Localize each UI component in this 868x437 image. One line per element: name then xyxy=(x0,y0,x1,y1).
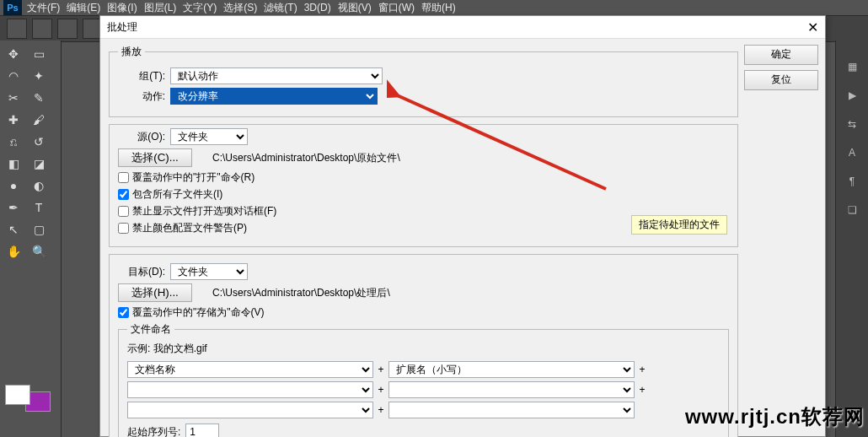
right-panel: ▦ ▶ ⇆ A ¶ ❏ xyxy=(835,40,868,437)
dest-label: 目标(D): xyxy=(118,265,165,279)
override-open-label: 覆盖动作中的"打开"命令(R) xyxy=(132,170,255,185)
eyedropper-tool[interactable]: ✎ xyxy=(27,88,51,108)
file-naming-group: 文件命名 示例: 我的文档.gif 文档名称+ 扩展名（小写）+ + + + 起… xyxy=(118,322,729,437)
dialog-body: 确定 复位 播放 组(T): 默认动作 动作: 改分辨率 源(O): 文件夹 选… xyxy=(100,38,825,436)
stamp-tool[interactable]: ⎌ xyxy=(2,132,25,152)
reset-button[interactable]: 复位 xyxy=(744,70,818,90)
close-icon[interactable]: ✕ xyxy=(807,19,818,35)
crop-tool[interactable]: ✂ xyxy=(2,88,25,108)
wand-tool[interactable]: ✦ xyxy=(27,66,51,86)
heal-tool[interactable]: ✚ xyxy=(2,110,25,130)
dialog-buttons: 确定 复位 xyxy=(744,45,818,90)
menubar: Ps 文件(F) 编辑(E) 图像(I) 图层(L) 文字(Y) 选择(S) 滤… xyxy=(0,0,868,15)
gradient-tool[interactable]: ◪ xyxy=(27,154,51,174)
include-subfolders-label: 包含所有子文件夹(I) xyxy=(132,187,222,202)
naming-example: 示例: 我的文档.gif xyxy=(127,342,720,356)
pen-tool[interactable]: ✒ xyxy=(2,197,25,218)
naming-select-6[interactable] xyxy=(388,402,635,418)
menu-file[interactable]: 文件(F) xyxy=(27,1,60,15)
ok-button[interactable]: 确定 xyxy=(744,45,818,65)
menu-layer[interactable]: 图层(L) xyxy=(144,1,177,15)
color-swatches[interactable] xyxy=(5,385,51,412)
move-tool[interactable]: ✥ xyxy=(2,44,25,64)
suppress-open-options-checkbox[interactable] xyxy=(118,206,129,217)
foreground-color[interactable] xyxy=(5,385,30,405)
menu-image[interactable]: 图像(I) xyxy=(107,1,137,15)
playback-group: 播放 组(T): 默认动作 动作: 改分辨率 xyxy=(109,45,738,117)
group-select[interactable]: 默认动作 xyxy=(170,67,383,84)
file-naming-legend: 文件命名 xyxy=(127,322,174,337)
blur-tool[interactable]: ● xyxy=(2,175,25,196)
source-label: 源(O): xyxy=(118,130,165,144)
panel-icon[interactable]: ¶ xyxy=(843,172,861,191)
action-label: 动作: xyxy=(118,89,165,104)
hand-tool[interactable]: ✋ xyxy=(2,241,25,262)
playback-legend: 播放 xyxy=(118,45,145,59)
opt-btn[interactable] xyxy=(7,19,27,39)
source-select[interactable]: 文件夹 xyxy=(170,128,248,145)
brush-tool[interactable]: 🖌 xyxy=(27,110,51,130)
dodge-tool[interactable]: ◐ xyxy=(27,175,51,196)
opt-btn[interactable] xyxy=(57,19,78,39)
menu-3d[interactable]: 3D(D) xyxy=(304,2,331,13)
menu-type[interactable]: 文字(Y) xyxy=(183,1,217,15)
panel-icon[interactable]: ▦ xyxy=(843,57,861,76)
lasso-tool[interactable]: ◠ xyxy=(2,66,25,86)
source-choose-button[interactable]: 选择(C)... xyxy=(118,148,192,167)
menu-select[interactable]: 选择(S) xyxy=(223,1,257,15)
dest-select[interactable]: 文件夹 xyxy=(170,263,248,280)
menu-view[interactable]: 视图(V) xyxy=(338,1,372,15)
source-path: C:\Users\Administrator\Desktop\原始文件\ xyxy=(212,151,400,165)
dest-path: C:\Users\Administrator\Desktop\处理后\ xyxy=(212,286,390,300)
dialog-title: 批处理 xyxy=(107,20,137,35)
suppress-color-warning-checkbox[interactable] xyxy=(118,223,129,234)
opt-btn[interactable] xyxy=(32,19,52,39)
naming-select-1[interactable]: 文档名称 xyxy=(127,361,373,378)
panel-icon[interactable]: ❏ xyxy=(843,201,861,219)
dest-choose-button[interactable]: 选择(H)... xyxy=(118,283,192,302)
menu-filter[interactable]: 滤镜(T) xyxy=(264,1,297,15)
destination-group: 目标(D): 文件夹 选择(H)... C:\Users\Administrat… xyxy=(109,254,738,437)
panel-icon[interactable]: A xyxy=(843,143,861,162)
source-hint: 指定待处理的文件 xyxy=(631,215,727,235)
override-open-checkbox[interactable] xyxy=(118,172,129,183)
shape-tool[interactable]: ▢ xyxy=(27,219,51,240)
action-select[interactable]: 改分辨率 xyxy=(170,88,378,105)
ps-logo: Ps xyxy=(3,0,22,15)
type-tool[interactable]: T xyxy=(27,197,51,218)
naming-select-4[interactable] xyxy=(388,381,635,398)
batch-dialog: 批处理 ✕ 确定 复位 播放 组(T): 默认动作 动作: 改分辨率 源(O):… xyxy=(99,15,826,437)
include-subfolders-checkbox[interactable] xyxy=(118,189,129,200)
marquee-tool[interactable]: ▭ xyxy=(27,44,51,64)
toolbox: ✥ ▭ ◠ ✦ ✂ ✎ ✚ 🖌 ⎌ ↺ ◧ ◪ ● ◐ ✒ T ↖ ▢ ✋ 🔍 xyxy=(0,40,62,437)
naming-select-3[interactable] xyxy=(127,381,373,398)
group-label: 组(T): xyxy=(118,69,165,84)
override-save-label: 覆盖动作中的"存储为"命令(V) xyxy=(132,305,265,320)
start-seq-input[interactable] xyxy=(185,424,219,437)
naming-select-2[interactable]: 扩展名（小写） xyxy=(388,361,635,378)
start-seq-label: 起始序列号: xyxy=(127,425,180,438)
path-tool[interactable]: ↖ xyxy=(2,219,25,240)
eraser-tool[interactable]: ◧ xyxy=(2,154,25,174)
menu-help[interactable]: 帮助(H) xyxy=(421,1,456,15)
panel-icon[interactable]: ⇆ xyxy=(843,115,861,133)
menu-edit[interactable]: 编辑(E) xyxy=(67,1,100,15)
zoom-tool[interactable]: 🔍 xyxy=(27,241,51,262)
suppress-color-warning-label: 禁止颜色配置文件警告(P) xyxy=(132,221,247,235)
dialog-titlebar: 批处理 ✕ xyxy=(100,16,825,39)
history-tool[interactable]: ↺ xyxy=(27,132,51,152)
naming-select-5[interactable] xyxy=(127,402,373,418)
override-save-checkbox[interactable] xyxy=(118,307,129,318)
suppress-open-options-label: 禁止显示文件打开选项对话框(F) xyxy=(132,204,276,218)
menu-window[interactable]: 窗口(W) xyxy=(378,1,415,15)
panel-icon[interactable]: ▶ xyxy=(843,86,861,105)
